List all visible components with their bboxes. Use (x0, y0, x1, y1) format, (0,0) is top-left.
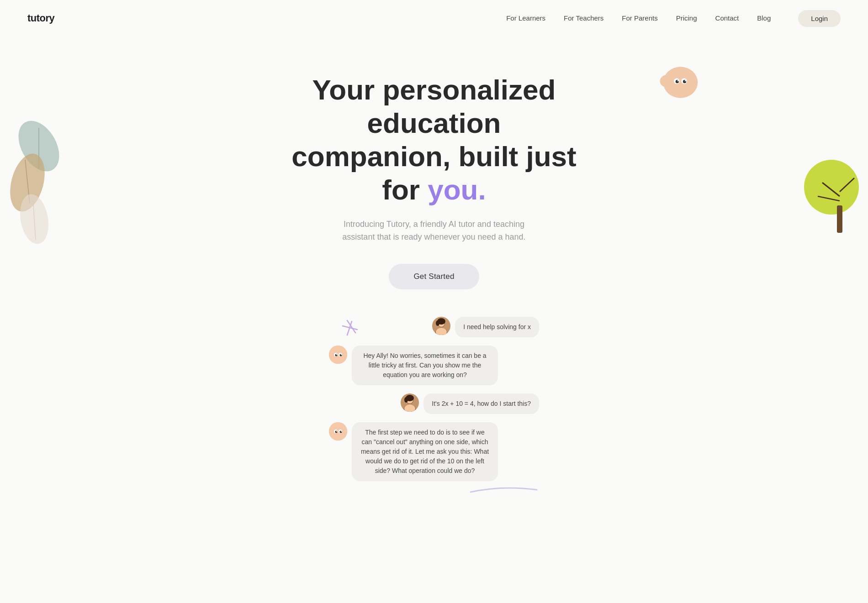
svg-point-28 (436, 320, 439, 326)
bot-avatar-2 (329, 422, 347, 440)
svg-point-7 (660, 74, 677, 88)
navbar: tutory For Learners For Teachers For Par… (0, 0, 868, 37)
chat-message-2: Hey Ally! No worries, sometimes it can b… (329, 346, 539, 385)
decorative-tree (799, 146, 859, 239)
bot-avatar-1 (329, 346, 347, 364)
svg-point-12 (677, 80, 679, 82)
get-started-button[interactable]: Get Started (389, 264, 479, 289)
hero-subtext: Introducing Tutory, a friendly AI tutor … (338, 218, 530, 244)
svg-point-49 (340, 431, 342, 433)
stroke-decoration (466, 483, 539, 498)
chat-bubble-4: The first step we need to do is to see i… (352, 422, 498, 481)
svg-point-36 (341, 354, 342, 355)
svg-point-43 (404, 397, 408, 403)
nav-item-contact[interactable]: Contact (715, 14, 739, 22)
chat-bubble-1: I need help solving for x (455, 317, 539, 337)
sparkle-decoration (338, 317, 365, 346)
logo[interactable]: tutory (27, 12, 54, 24)
hero-heading: Your personalized education companion, b… (274, 73, 594, 207)
nav-item-for-teachers[interactable]: For Teachers (564, 14, 603, 22)
svg-point-50 (336, 431, 337, 432)
login-button[interactable]: Login (798, 10, 841, 27)
svg-point-33 (335, 354, 338, 357)
decorative-leaves (0, 119, 73, 253)
chat-message-3: It's 2x + 10 = 4, how do I start this? (329, 393, 539, 414)
svg-point-14 (804, 160, 859, 215)
svg-rect-15 (837, 205, 842, 233)
hero-section: Your personalized education companion, b… (0, 37, 868, 553)
svg-point-13 (685, 80, 686, 82)
chat-bubble-3: It's 2x + 10 = 4, how do I start this? (423, 393, 539, 414)
nav-item-pricing[interactable]: Pricing (676, 14, 697, 22)
chat-demo: I need help solving for x (320, 317, 548, 526)
nav-item-for-learners[interactable]: For Learners (506, 14, 545, 22)
svg-point-51 (341, 431, 342, 432)
user-avatar-1 (432, 317, 450, 335)
decorative-mascot (658, 64, 699, 103)
chat-bubble-2: Hey Ally! No worries, sometimes it can b… (352, 346, 498, 385)
svg-point-34 (340, 354, 342, 357)
svg-point-48 (335, 431, 338, 433)
nav-item-blog[interactable]: Blog (757, 14, 771, 22)
nav-item-for-parents[interactable]: For Parents (622, 14, 657, 22)
chat-message-4: The first step we need to do is to see i… (329, 422, 539, 481)
svg-point-35 (336, 354, 337, 355)
user-avatar-2 (401, 393, 419, 412)
nav-links: For Learners For Teachers For Parents Pr… (506, 14, 771, 22)
